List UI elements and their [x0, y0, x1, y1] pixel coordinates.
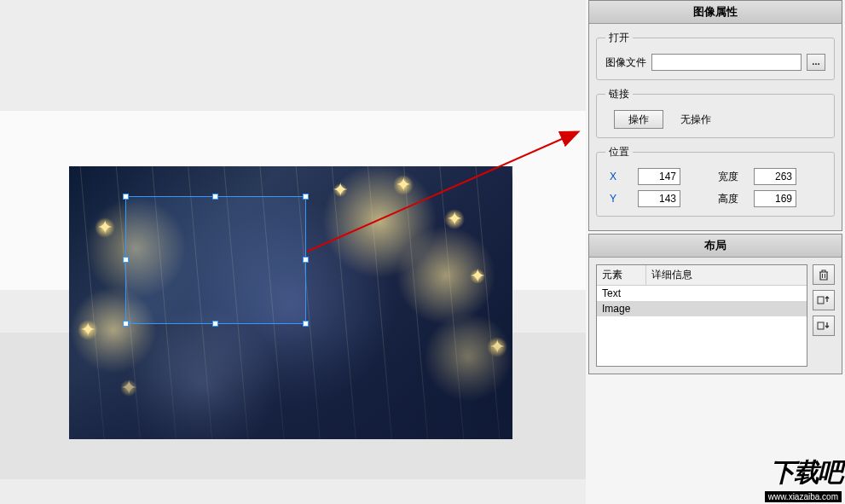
move-up-button[interactable] — [813, 290, 835, 310]
image-file-label: 图像文件 — [605, 55, 646, 70]
y-label: Y — [605, 193, 621, 205]
layout-panel-title: 布局 — [589, 235, 842, 258]
watermark: 下载吧 www.xiazaiba.com — [765, 455, 842, 502]
link-status: 无操作 — [680, 113, 711, 127]
image-properties-panel: 图像属性 打开 图像文件 … 链接 操作 无操作 位置 X — [588, 0, 842, 231]
trash-icon — [818, 269, 830, 281]
table-row[interactable]: Image — [597, 301, 807, 316]
element-table[interactable]: 元素 详细信息 Text Image — [596, 264, 807, 367]
browse-button[interactable]: … — [807, 54, 825, 71]
watermark-text: 下载吧 — [765, 455, 842, 490]
move-up-icon — [817, 294, 831, 306]
x-label: X — [605, 171, 621, 182]
row-element: Image — [602, 303, 630, 315]
svg-rect-2 — [818, 297, 824, 304]
x-input[interactable] — [638, 168, 680, 185]
height-label: 高度 — [704, 192, 738, 206]
open-fieldset: 打开 图像文件 … — [596, 31, 835, 80]
move-down-icon — [817, 320, 831, 332]
open-legend: 打开 — [605, 31, 633, 45]
canvas-area[interactable] — [0, 0, 586, 504]
delete-button[interactable] — [813, 264, 835, 285]
position-legend: 位置 — [605, 145, 633, 159]
link-legend: 链接 — [605, 87, 633, 101]
y-input[interactable] — [638, 190, 680, 207]
move-down-button[interactable] — [813, 316, 835, 336]
width-input[interactable] — [754, 168, 796, 185]
col-detail: 详细信息 — [646, 265, 807, 285]
table-header: 元素 详细信息 — [597, 265, 807, 286]
panel-title: 图像属性 — [589, 1, 842, 24]
action-button[interactable]: 操作 — [614, 110, 663, 129]
width-label: 宽度 — [704, 170, 738, 184]
table-row[interactable]: Text — [597, 286, 807, 301]
canvas-image[interactable] — [69, 166, 512, 439]
layout-panel: 布局 元素 详细信息 Text Image — [588, 234, 842, 374]
col-element: 元素 — [597, 265, 646, 285]
watermark-url: www.xiazaiba.com — [765, 491, 842, 502]
image-file-input[interactable] — [651, 54, 802, 71]
height-input[interactable] — [754, 190, 796, 207]
link-fieldset: 链接 操作 无操作 — [596, 87, 835, 138]
row-element: Text — [602, 287, 621, 299]
svg-rect-3 — [818, 322, 824, 329]
position-fieldset: 位置 X 宽度 Y 高度 — [596, 145, 835, 217]
